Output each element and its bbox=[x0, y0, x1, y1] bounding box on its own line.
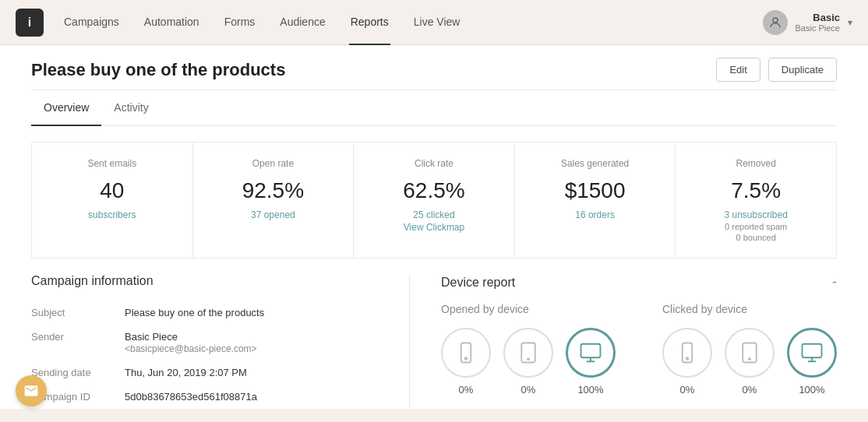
info-table: Subject Please buy one of the products S… bbox=[31, 301, 378, 409]
info-label-subject: Subject bbox=[31, 307, 125, 318]
stat-open-rate: Open rate 92.5% 37 opened bbox=[193, 142, 355, 258]
avatar bbox=[763, 10, 788, 35]
svg-rect-10 bbox=[803, 344, 822, 358]
svg-point-2 bbox=[465, 357, 468, 360]
info-value-campaign-id: 5d0b83678653ed561f08871a bbox=[125, 391, 378, 403]
duplicate-button[interactable]: Duplicate bbox=[768, 58, 837, 82]
svg-point-0 bbox=[773, 18, 778, 23]
stat-click-link1[interactable]: 25 clicked bbox=[413, 209, 454, 220]
opened-tablet-circle bbox=[503, 328, 553, 378]
stat-sent-emails: Sent emails 40 subscribers bbox=[32, 142, 193, 258]
stat-sent-value: 40 bbox=[51, 178, 174, 203]
info-row-sender: Sender Basic Piece <basicpiece@basic-pie… bbox=[31, 325, 378, 360]
clicked-by-device: Clicked by device 0% bbox=[662, 303, 837, 396]
clicked-mobile-circle bbox=[662, 328, 712, 378]
stat-sales-label: Sales generated bbox=[534, 158, 657, 169]
svg-point-9 bbox=[749, 358, 750, 360]
stat-open-value: 92.5% bbox=[212, 178, 335, 203]
sender-name: Basic Piece bbox=[125, 331, 178, 343]
opened-mobile-pct: 0% bbox=[459, 384, 474, 396]
stat-click-link2[interactable]: View Clickmap bbox=[404, 222, 464, 233]
opened-mobile-circle bbox=[441, 328, 491, 378]
stat-open-label: Open rate bbox=[212, 158, 335, 169]
opened-mobile: 0% bbox=[441, 328, 491, 396]
nav-live-view[interactable]: Live View bbox=[412, 0, 462, 45]
clicked-desktop-pct: 100% bbox=[799, 384, 824, 396]
info-label-sender: Sender bbox=[31, 331, 125, 343]
clicked-desktop-circle bbox=[787, 328, 837, 378]
stats-container: Sent emails 40 subscribers Open rate 92.… bbox=[31, 142, 837, 258]
nav-campaigns[interactable]: Campaigns bbox=[62, 0, 121, 45]
info-value-sending-date: Thu, Jun 20, 2019 2:07 PM bbox=[125, 367, 378, 378]
page-header: Please buy one of the products Edit Dupl… bbox=[31, 45, 837, 90]
clicked-device-icons: 0% 0% bbox=[662, 328, 837, 396]
stat-click-value: 62.5% bbox=[372, 178, 496, 203]
stat-removed-sub2: 0 bounced bbox=[694, 233, 817, 242]
tab-activity[interactable]: Activity bbox=[101, 90, 161, 126]
collapse-button[interactable]: - bbox=[832, 274, 837, 290]
svg-rect-5 bbox=[581, 344, 601, 358]
opened-desktop: 100% bbox=[566, 328, 616, 396]
device-report: Device report - Opened by device bbox=[409, 274, 837, 409]
clicked-tablet-circle bbox=[725, 328, 774, 378]
stat-removed-value: 7.5% bbox=[694, 178, 817, 203]
help-button[interactable] bbox=[16, 375, 47, 406]
stat-open-link[interactable]: 37 opened bbox=[251, 209, 295, 220]
nav-reports[interactable]: Reports bbox=[349, 0, 390, 45]
campaign-info-title: Campaign information bbox=[31, 274, 378, 288]
device-report-title: Device report bbox=[441, 276, 515, 290]
stat-removed-label: Removed bbox=[694, 158, 817, 169]
stat-click-rate: Click rate 62.5% 25 clicked View Clickma… bbox=[354, 142, 515, 258]
info-label-sending-date: Sending date bbox=[31, 367, 125, 378]
nav-links: Campaigns Automation Forms Audience Repo… bbox=[62, 0, 763, 45]
sender-email: <basicpiece@basic-piece.com> bbox=[125, 343, 257, 354]
opened-tablet-pct: 0% bbox=[521, 384, 536, 396]
clicked-mobile: 0% bbox=[662, 328, 712, 396]
opened-device-icons: 0% 0% bbox=[441, 328, 616, 396]
stat-sales-value: $1500 bbox=[534, 178, 657, 203]
app-logo[interactable]: i bbox=[16, 9, 44, 37]
info-value-sender: Basic Piece <basicpiece@basic-piece.com> bbox=[125, 331, 378, 354]
info-row-subject: Subject Please buy one of the products bbox=[31, 301, 378, 325]
tabs: Overview Activity bbox=[31, 90, 837, 126]
page-title: Please buy one of the products bbox=[31, 60, 285, 80]
user-name: Basic bbox=[796, 12, 840, 23]
top-nav: i Campaigns Automation Forms Audience Re… bbox=[0, 0, 868, 45]
tab-overview[interactable]: Overview bbox=[31, 90, 101, 126]
campaign-info: Campaign information Subject Please buy … bbox=[31, 274, 409, 409]
chevron-down-icon: ▾ bbox=[848, 17, 852, 28]
stat-removed: Removed 7.5% 3 unsubscribed 0 reported s… bbox=[676, 142, 836, 258]
stat-sales: Sales generated $1500 16 orders bbox=[515, 142, 676, 258]
stat-sales-link[interactable]: 16 orders bbox=[575, 209, 615, 220]
clicked-mobile-pct: 0% bbox=[680, 384, 695, 396]
nav-forms[interactable]: Forms bbox=[223, 0, 257, 45]
device-report-header: Device report - bbox=[441, 274, 837, 290]
nav-user[interactable]: Basic Basic Piece ▾ bbox=[763, 10, 852, 35]
svg-point-7 bbox=[686, 357, 689, 360]
stat-sent-link[interactable]: subscribers bbox=[88, 209, 136, 220]
opened-by-device: Opened by device 0% bbox=[441, 303, 616, 396]
clicked-by-device-label: Clicked by device bbox=[662, 303, 837, 315]
opened-by-device-label: Opened by device bbox=[441, 303, 616, 315]
opened-desktop-pct: 100% bbox=[577, 384, 603, 396]
clicked-desktop: 100% bbox=[787, 328, 837, 396]
stat-removed-link[interactable]: 3 unsubscribed bbox=[724, 209, 787, 220]
bottom-row: Campaign information Subject Please buy … bbox=[31, 274, 837, 409]
stat-click-label: Click rate bbox=[372, 158, 496, 169]
info-row-campaign-id: Campaign ID 5d0b83678653ed561f08871a bbox=[31, 385, 378, 409]
info-row-sending-date: Sending date Thu, Jun 20, 2019 2:07 PM bbox=[31, 360, 378, 385]
opened-tablet: 0% bbox=[503, 328, 553, 396]
header-actions: Edit Duplicate bbox=[716, 58, 837, 82]
opened-desktop-circle bbox=[566, 328, 616, 378]
user-subtitle: Basic Piece bbox=[796, 23, 840, 33]
info-value-subject: Please buy one of the products bbox=[125, 307, 378, 318]
edit-button[interactable]: Edit bbox=[716, 58, 760, 82]
nav-audience[interactable]: Audience bbox=[278, 0, 326, 45]
nav-automation[interactable]: Automation bbox=[143, 0, 201, 45]
main-content: Please buy one of the products Edit Dupl… bbox=[0, 45, 868, 409]
clicked-tablet-pct: 0% bbox=[743, 384, 757, 396]
device-groups: Opened by device 0% bbox=[441, 303, 837, 396]
stat-sent-label: Sent emails bbox=[51, 158, 174, 169]
user-info: Basic Basic Piece bbox=[796, 12, 840, 33]
clicked-tablet: 0% bbox=[725, 328, 774, 396]
